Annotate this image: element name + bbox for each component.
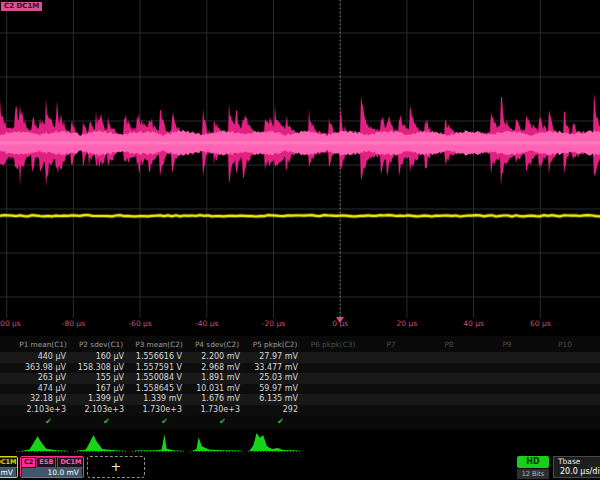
param-header-p8[interactable]: P8 xyxy=(420,339,478,351)
param-value: 1.399 µV xyxy=(72,394,130,405)
param-header-p4[interactable]: P4 sdev(C2) xyxy=(188,339,246,351)
timebase-descriptor[interactable]: Tbase 20.0 µs/div xyxy=(553,456,600,478)
param-header-p6[interactable]: P6 pkpk(C3) xyxy=(304,339,362,351)
descriptor-bar: C1 BwL DC1M 10.0 mV C2 ESB DC1M 10.0 mV … xyxy=(0,455,600,480)
measurement-table: P1 mean(C1)P2 sdev(C1)P3 mean(C2)P4 sdev… xyxy=(0,336,600,429)
time-axis-label: -100 µs xyxy=(0,319,21,328)
param-status-check: ✔ xyxy=(188,416,246,427)
histicon-p3[interactable] xyxy=(132,430,186,454)
c2-esb-badge: ESB xyxy=(36,457,56,468)
c2-scale: 10.0 mV xyxy=(22,468,82,478)
param-value: 1.676 mV xyxy=(188,394,246,405)
param-status-check: ✔ xyxy=(14,416,72,427)
param-value: 292 xyxy=(246,405,304,416)
timebase-scale: 20.0 µs/div xyxy=(554,467,600,477)
param-value: 167 µV xyxy=(72,384,130,395)
param-value: 1.550084 V xyxy=(130,373,188,384)
param-value: 1.891 mV xyxy=(188,373,246,384)
param-value: 1.730e+3 xyxy=(188,405,246,416)
time-axis-label: -60 µs xyxy=(128,319,151,328)
param-status-check: ✔ xyxy=(130,416,188,427)
param-header-p5[interactable]: P5 pkpk(C2) xyxy=(246,339,304,351)
param-header-p2[interactable]: P2 sdev(C1) xyxy=(72,339,130,351)
param-value: 59.97 mV xyxy=(246,384,304,395)
histicon-p5[interactable] xyxy=(248,430,302,454)
param-value: 2.200 mV xyxy=(188,352,246,363)
param-value: 2.103e+3 xyxy=(14,405,72,416)
param-status-check: ✔ xyxy=(72,416,130,427)
waveform-traces xyxy=(0,0,600,318)
active-trace-badge: C2 DC1M xyxy=(1,2,42,11)
param-value: 32.18 µV xyxy=(14,394,72,405)
time-axis-label: 20 µs xyxy=(397,319,418,328)
time-axis-label: -80 µs xyxy=(62,319,85,328)
param-value: 2.103e+3 xyxy=(72,405,130,416)
param-value: 1.558645 V xyxy=(130,384,188,395)
param-header-p3[interactable]: P3 mean(C2) xyxy=(130,339,188,351)
acquisition-mode-box[interactable]: HD 12 Bits xyxy=(517,456,549,479)
param-value: 1.339 mV xyxy=(130,394,188,405)
time-axis: -100 µs-80 µs-60 µs-40 µs-20 µs0 µs20 µs… xyxy=(0,318,600,331)
param-value: 440 µV xyxy=(14,352,72,363)
param-value: 33.477 mV xyxy=(246,363,304,374)
oscilloscope-screen: C2 DC1M -100 µs-80 µs-60 µs-40 µs-20 µs0… xyxy=(0,0,600,480)
param-value: 474 µV xyxy=(14,384,72,395)
histicon-p1[interactable] xyxy=(16,430,70,454)
trigger-position-marker[interactable] xyxy=(336,317,344,323)
param-value: 1.556616 V xyxy=(130,352,188,363)
histicon-p4[interactable] xyxy=(190,430,244,454)
param-value: 158.308 µV xyxy=(72,363,130,374)
channel-c1-descriptor[interactable]: C1 BwL DC1M 10.0 mV xyxy=(0,456,18,478)
waveform-display[interactable]: C2 DC1M xyxy=(0,0,600,318)
histicon-strip xyxy=(0,429,600,455)
c2-label: C2 xyxy=(22,458,35,467)
param-value: 1.730e+3 xyxy=(130,405,188,416)
param-value: 160 µV xyxy=(72,352,130,363)
param-value: 1.557591 V xyxy=(130,363,188,374)
hd-badge: HD xyxy=(517,456,549,468)
time-axis-label: -40 µs xyxy=(195,319,218,328)
param-header-p1[interactable]: P1 mean(C1) xyxy=(14,339,72,351)
param-header-p7[interactable]: P7 xyxy=(362,339,420,351)
param-value: 363.98 µV xyxy=(14,363,72,374)
param-value: 263 µV xyxy=(14,373,72,384)
param-value: 2.968 mV xyxy=(188,363,246,374)
timebase-label: Tbase xyxy=(554,457,600,467)
param-header-p10[interactable]: P10 xyxy=(536,339,594,351)
channel-c2-descriptor[interactable]: C2 ESB DC1M 10.0 mV xyxy=(20,456,84,478)
param-header-p9[interactable]: P9 xyxy=(478,339,536,351)
param-value: 6.135 mV xyxy=(246,394,304,405)
time-axis-label: -20 µs xyxy=(262,319,285,328)
add-trace-button[interactable]: + xyxy=(87,456,145,478)
c1-scale: 10.0 mV xyxy=(0,468,16,478)
param-status-check: ✔ xyxy=(246,416,304,427)
time-axis-label: 40 µs xyxy=(463,319,484,328)
histicon-p2[interactable] xyxy=(74,430,128,454)
c1-coupling-badge: DC1M xyxy=(0,457,18,468)
bits-label: 12 Bits xyxy=(517,469,549,479)
param-value: 27.97 mV xyxy=(246,352,304,363)
param-value: 155 µV xyxy=(72,373,130,384)
param-value: 25.03 mV xyxy=(246,373,304,384)
time-axis-label: 60 µs xyxy=(530,319,551,328)
c2-coupling-badge: DC1M xyxy=(57,457,84,468)
param-value: 10.031 mV xyxy=(188,384,246,395)
